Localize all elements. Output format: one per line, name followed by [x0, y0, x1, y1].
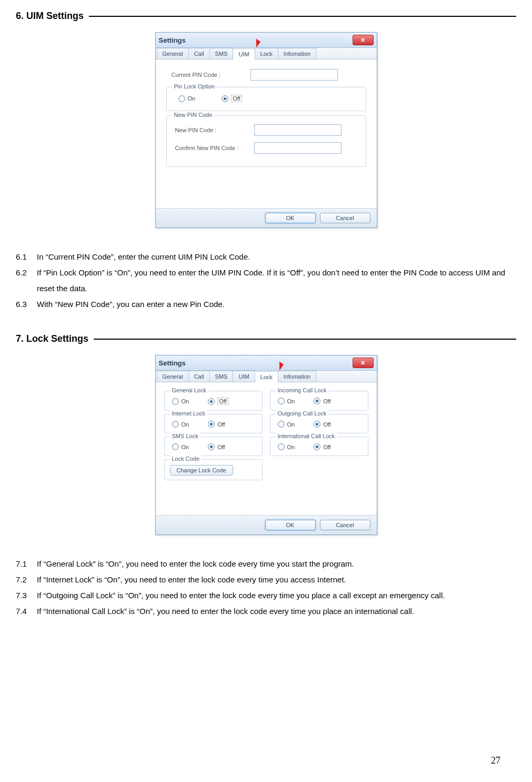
internet-lock-off[interactable]: Off — [208, 421, 225, 428]
internet-lock-on[interactable]: On — [172, 421, 189, 428]
pin-lock-radio-row: On Off — [173, 93, 359, 104]
on-label: On — [182, 421, 189, 428]
off-label: Off — [323, 421, 330, 428]
ok-button[interactable]: OK — [265, 520, 316, 530]
uim-settings-dialog: Settings ✕ General Call SMS UIM Lock Inf… — [155, 32, 377, 228]
pin-lock-off-option[interactable]: Off — [222, 95, 242, 102]
lock-title: Settings — [159, 359, 186, 367]
on-label: On — [287, 444, 295, 450]
intl-lock-off[interactable]: Off — [314, 443, 330, 450]
item-7-4: 7.4 If “International Call Lock” is “On”… — [16, 603, 516, 619]
tab-lock[interactable]: Lock — [255, 371, 278, 382]
incoming-call-lock-group: Incoming Call Lock On Off — [270, 391, 368, 411]
sms-lock-title: SMS Lock — [170, 433, 200, 439]
item-text: With “New PIN Code”, you can enter a new… — [37, 296, 516, 312]
radio-selected-icon — [208, 398, 215, 405]
ok-button[interactable]: OK — [265, 213, 316, 223]
outgoing-call-lock-group: Outgoing Call Lock On Off — [270, 414, 368, 433]
on-label: On — [182, 444, 189, 450]
lock-grid: General Lock On Off Incoming Call Lock O… — [164, 391, 368, 480]
section-7-title: 7. Lock Settings — [16, 333, 88, 344]
heading-rule — [94, 339, 516, 340]
incoming-lock-off[interactable]: Off — [314, 398, 330, 404]
lock-dialog-footer: OK Cancel — [156, 515, 377, 534]
item-text: If “Outgoing Call Lock” is “On”, you nee… — [37, 588, 516, 603]
sms-lock-group: SMS Lock On Off — [164, 437, 263, 456]
off-label: Off — [217, 398, 228, 405]
tab-call[interactable]: Call — [188, 371, 210, 382]
lock-dialog-wrap: Settings ✕ General Call SMS UIM Lock Inf… — [16, 355, 516, 535]
pin-lock-on-option[interactable]: On — [178, 95, 196, 102]
close-button[interactable]: ✕ — [353, 35, 374, 45]
item-text: If “Pin Lock Option” is “On”, you need t… — [37, 265, 516, 296]
tab-general[interactable]: General — [157, 371, 189, 382]
general-lock-off[interactable]: Off — [208, 398, 228, 405]
internet-lock-title: Internet Lock — [170, 410, 208, 417]
pin-lock-option-group: Pin Lock Option On Off — [166, 87, 366, 111]
close-button[interactable]: ✕ — [353, 358, 374, 368]
lock-settings-dialog: Settings ✕ General Call SMS UIM Lock Inf… — [155, 355, 377, 535]
item-num: 6.3 — [16, 296, 37, 312]
tab-uim[interactable]: UIM — [233, 48, 255, 60]
tab-uim-label: UIM — [238, 51, 249, 57]
close-icon: ✕ — [360, 360, 365, 367]
radio-icon — [278, 398, 285, 404]
radio-icon — [172, 398, 179, 405]
on-label: On — [287, 421, 295, 428]
tab-uim[interactable]: UIM — [233, 371, 255, 382]
section-6-heading: 6. UIM Settings — [16, 11, 516, 22]
item-num: 7.4 — [16, 603, 37, 619]
confirm-pin-row: Confirm New PIN Code : — [175, 142, 359, 154]
radio-icon — [278, 421, 285, 428]
tab-information[interactable]: Infomation — [278, 48, 316, 59]
item-7-1: 7.1 If “General Lock” is “On”, you need … — [16, 556, 516, 572]
close-icon: ✕ — [360, 37, 365, 44]
tab-general[interactable]: General — [157, 48, 189, 59]
uim-titlebar: Settings ✕ — [156, 33, 377, 48]
radio-icon — [278, 443, 285, 450]
item-num: 6.1 — [16, 249, 37, 265]
item-num: 7.2 — [16, 572, 37, 588]
new-pin-group: New PIN Code New PIN Code : Confirm New … — [166, 115, 366, 167]
new-pin-input[interactable] — [254, 124, 342, 136]
outgoing-lock-on[interactable]: On — [278, 421, 295, 428]
new-pin-row: New PIN Code : — [175, 124, 359, 136]
off-label: Off — [217, 421, 225, 428]
radio-icon — [178, 95, 185, 102]
section-7-list: 7.1 If “General Lock” is “On”, you need … — [16, 556, 516, 619]
international-call-lock-title: International Call Lock — [276, 433, 337, 439]
outgoing-lock-off[interactable]: Off — [314, 421, 330, 428]
current-pin-row: Current PIN Code : — [172, 69, 369, 81]
heading-rule — [89, 16, 516, 17]
lock-code-title: Lock Code — [170, 456, 202, 462]
item-text: If “General Lock” is “On”, you need to e… — [37, 556, 516, 572]
item-num: 7.3 — [16, 588, 37, 603]
sms-lock-on[interactable]: On — [172, 443, 189, 450]
intl-lock-on[interactable]: On — [278, 443, 295, 450]
uim-tabs: General Call SMS UIM Lock Infomation — [156, 48, 377, 60]
cancel-button[interactable]: Cancel — [320, 213, 370, 223]
new-pin-group-title: New PIN Code — [172, 112, 215, 118]
tab-lock-label: Lock — [260, 374, 273, 380]
section-6-title: 6. UIM Settings — [16, 11, 84, 22]
radio-selected-icon — [314, 443, 320, 450]
new-pin-label: New PIN Code : — [175, 127, 254, 133]
general-lock-on[interactable]: On — [172, 398, 189, 405]
item-num: 7.1 — [16, 556, 37, 572]
sms-lock-off[interactable]: Off — [208, 443, 225, 450]
current-pin-input[interactable] — [250, 69, 338, 81]
tab-sms[interactable]: SMS — [209, 371, 234, 382]
radio-selected-icon — [208, 421, 215, 428]
lock-dialog-body: General Lock On Off Incoming Call Lock O… — [156, 382, 377, 515]
change-lock-code-button[interactable]: Change Lock Code — [170, 465, 233, 476]
off-label: Off — [323, 444, 330, 450]
general-lock-group: General Lock On Off — [164, 391, 263, 411]
tab-call[interactable]: Call — [188, 48, 210, 59]
cancel-button[interactable]: Cancel — [320, 520, 370, 530]
tab-sms[interactable]: SMS — [209, 48, 234, 59]
incoming-lock-on[interactable]: On — [278, 398, 295, 404]
current-pin-label: Current PIN Code : — [172, 72, 250, 78]
confirm-pin-input[interactable] — [254, 142, 342, 154]
pin-lock-group-title: Pin Lock Option — [172, 83, 217, 90]
internet-lock-group: Internet Lock On Off — [164, 414, 263, 433]
